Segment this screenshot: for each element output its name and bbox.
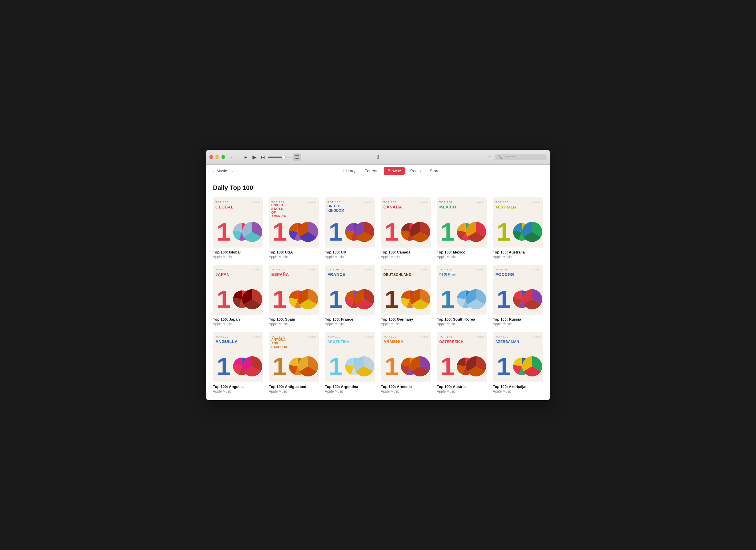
tab-foryou[interactable]: For You: [361, 167, 382, 175]
card-art-svg-spain: TOP 100♪ MUSICESPAÑA1: [269, 265, 319, 315]
forward-button[interactable]: ›: [235, 154, 239, 160]
svg-text:1: 1: [273, 353, 287, 381]
card-art-svg-usa: TOP 100♪ MUSICUNITEDSTATESOFAMERICA1: [269, 197, 319, 247]
fastforward-button[interactable]: ⏭: [260, 154, 266, 160]
card-subtitle-argentina: Apple Music: [325, 390, 375, 394]
svg-text:TOP 100: TOP 100: [271, 268, 284, 271]
svg-text:♪ MUSIC: ♪ MUSIC: [308, 268, 317, 271]
card-art-france: LE TOP 100♪ MUSICFRANCE1: [325, 265, 375, 315]
card-art-svg-argentina: TOP 100♪ MUSICARGENTINA1: [325, 332, 375, 382]
tab-radio[interactable]: Radio: [406, 167, 425, 175]
svg-text:1: 1: [497, 353, 511, 381]
airplay-button[interactable]: [293, 153, 301, 161]
card-title-usa: Top 100: USA: [269, 250, 319, 254]
card-title-uk: Top 100: UK: [325, 250, 375, 254]
close-button[interactable]: [209, 155, 213, 159]
card-title-argentina: Top 100: Argentina: [325, 385, 375, 389]
svg-text:AMERICA: AMERICA: [271, 215, 286, 218]
playlist-card-japan[interactable]: TOP 100♪ MUSICJAPAN1Top 100: JapanApple …: [213, 265, 263, 326]
playlist-card-canada[interactable]: TOP 100♪ MUSICCANADA1Top 100: CanadaAppl…: [381, 197, 431, 258]
card-title-canada: Top 100: Canada: [381, 250, 431, 254]
tab-library[interactable]: Library: [339, 167, 360, 175]
svg-text:ТОП-100: ТОП-100: [495, 268, 508, 271]
card-art-svg-canada: TOP 100♪ MUSICCANADA1: [381, 197, 431, 247]
svg-text:UNITED: UNITED: [327, 204, 340, 208]
search-input[interactable]: [504, 155, 544, 159]
playlist-card-global[interactable]: TOP 100♪ MUSICGLOBAL1Top 100: GlobalAppl…: [213, 197, 263, 258]
svg-text:대한민국: 대한민국: [439, 272, 456, 277]
card-title-global: Top 100: Global: [213, 250, 263, 254]
svg-text:♪ MUSIC: ♪ MUSIC: [420, 268, 429, 271]
tab-browse[interactable]: Browse: [384, 167, 405, 175]
maximize-button[interactable]: [222, 155, 225, 159]
card-title-russia: Top 100: Russia: [493, 317, 543, 322]
card-subtitle-australia: Apple Music: [493, 255, 543, 259]
card-art-argentina: TOP 100♪ MUSICARGENTINA1: [325, 332, 375, 382]
playlist-card-argentina[interactable]: TOP 100♪ MUSICARGENTINA1Top 100: Argenti…: [325, 332, 375, 393]
svg-point-71: [466, 289, 486, 309]
playlist-card-mexico[interactable]: TOP 100♪ MUSICMÉXICO1Top 100: MexicoAppl…: [437, 197, 487, 258]
playlist-card-southkorea[interactable]: TOP 100♪ MUSIC대한민국1Top 100: South KoreaA…: [437, 265, 487, 326]
play-pause-button[interactable]: ▶: [251, 153, 258, 161]
playlist-card-usa[interactable]: TOP 100♪ MUSICUNITEDSTATESOFAMERICA1Top …: [269, 197, 319, 258]
card-title-antigua: Top 100: Antigua and...: [269, 385, 319, 389]
svg-text:♪ MUSIC: ♪ MUSIC: [476, 268, 485, 271]
card-subtitle-uk: Apple Music: [325, 255, 375, 259]
svg-text:LE TOP 100: LE TOP 100: [327, 268, 345, 271]
svg-text:1: 1: [497, 285, 511, 314]
playlist-card-france[interactable]: LE TOP 100♪ MUSICFRANCE1Top 100: FranceA…: [325, 265, 375, 326]
playlist-card-azerbaijan[interactable]: TOP 100♪ MUSICAZERBAIJAN1Top 100: Azerba…: [493, 332, 543, 393]
card-art-azerbaijan: TOP 100♪ MUSICAZERBAIJAN1: [493, 332, 543, 382]
rewind-button[interactable]: ⏮: [243, 154, 249, 160]
svg-point-35: [466, 222, 486, 242]
svg-text:♪ MUSIC: ♪ MUSIC: [364, 201, 373, 203]
card-subtitle-france: Apple Music: [325, 322, 375, 326]
tab-store[interactable]: Store: [426, 167, 443, 175]
card-art-svg-australia: TOP 100♪ MUSICAUSTRALIA1: [493, 197, 543, 247]
svg-text:♪ MUSIC: ♪ MUSIC: [308, 336, 317, 338]
playback-controls: ⏮ ▶ ⏭: [243, 153, 266, 161]
playlist-card-australia[interactable]: TOP 100♪ MUSICAUSTRALIA1Top 100: Austral…: [493, 197, 543, 258]
playlist-card-germany[interactable]: TOP 100♪ MUSICDEUTSCHLAND1Top 100: Germa…: [381, 265, 431, 326]
card-art-armenia: TOP 100♪ MUSICARMENIA1: [381, 332, 431, 382]
playlist-card-uk[interactable]: TOP 100♪ MUSICUNITEDKINGDOM1Top 100: UKA…: [325, 197, 375, 258]
svg-text:1: 1: [329, 353, 343, 381]
svg-text:TOP 100: TOP 100: [216, 268, 228, 271]
back-button[interactable]: ‹: [230, 154, 234, 160]
playlist-card-antigua[interactable]: TOP 100♪ MUSICANTIGUAANDBARBUDA1Top 100:…: [269, 332, 319, 393]
section-title: Daily Top 100: [213, 184, 543, 191]
card-art-svg-france: LE TOP 100♪ MUSICFRANCE1: [325, 265, 375, 315]
svg-point-53: [298, 289, 318, 309]
minimize-button[interactable]: [216, 155, 219, 159]
playlist-card-spain[interactable]: TOP 100♪ MUSICESPAÑA1Top 100: SpainApple…: [269, 265, 319, 326]
card-subtitle-canada: Apple Music: [381, 255, 431, 259]
svg-text:1: 1: [329, 285, 343, 314]
svg-text:FRANCE: FRANCE: [327, 272, 345, 277]
svg-point-77: [522, 289, 542, 309]
card-art-spain: TOP 100♪ MUSICESPAÑA1: [269, 265, 319, 315]
svg-text:AZERBAIJAN: AZERBAIJAN: [495, 340, 519, 344]
list-view-button[interactable]: ≡: [487, 153, 492, 161]
card-title-mexico: Top 100: Mexico: [437, 250, 487, 254]
card-art-svg-antigua: TOP 100♪ MUSICANTIGUAANDBARBUDA1: [269, 332, 319, 382]
svg-text:BARBUDA: BARBUDA: [271, 345, 287, 349]
library-selector[interactable]: ♪ Music ⌃⌄: [211, 167, 236, 174]
playlist-card-russia[interactable]: ТОП-100♪ MUSICРОССИЯ1Top 100: RussiaAppl…: [493, 265, 543, 326]
card-subtitle-anguilla: Apple Music: [213, 390, 263, 394]
card-title-france: Top 100: France: [325, 317, 375, 322]
svg-text:TOP 100: TOP 100: [439, 200, 452, 203]
svg-text:AND: AND: [271, 342, 278, 345]
card-subtitle-usa: Apple Music: [269, 255, 319, 259]
playlist-card-austria[interactable]: TOP 100♪ MUSICÖSTERREICH1Top 100: Austri…: [437, 332, 487, 393]
playlist-card-armenia[interactable]: TOP 100♪ MUSICARMENIA1Top 100: ArmeniaAp…: [381, 332, 431, 393]
svg-text:♪ MUSIC: ♪ MUSIC: [252, 268, 261, 271]
card-art-svg-global: TOP 100♪ MUSICGLOBAL1: [213, 197, 263, 247]
svg-text:ANGUILLA: ANGUILLA: [216, 340, 238, 344]
search-bar[interactable]: 🔍: [495, 154, 547, 160]
svg-text:♪ MUSIC: ♪ MUSIC: [252, 336, 261, 338]
volume-slider[interactable]: [268, 156, 291, 158]
svg-text:♪ MUSIC: ♪ MUSIC: [532, 201, 541, 203]
card-art-russia: ТОП-100♪ MUSICРОССИЯ1: [493, 265, 543, 315]
svg-text:1: 1: [385, 353, 399, 381]
playlist-card-anguilla[interactable]: TOP 100♪ MUSICANGUILLA1Top 100: Anguilla…: [213, 332, 263, 393]
